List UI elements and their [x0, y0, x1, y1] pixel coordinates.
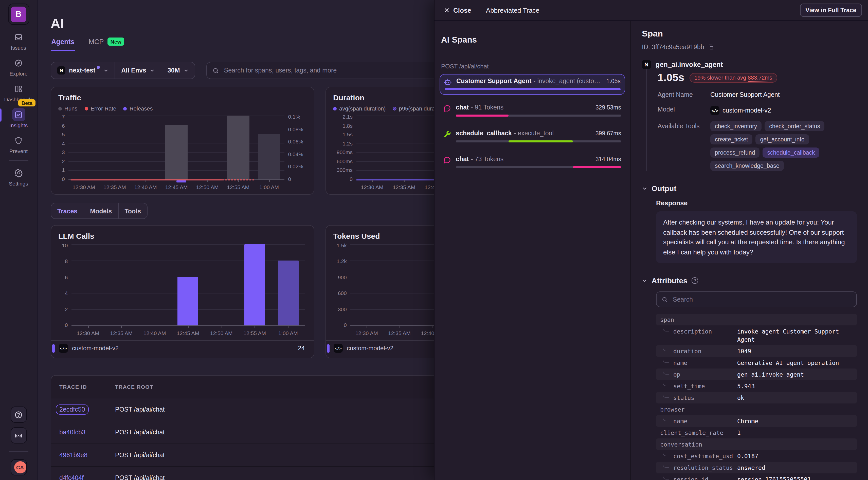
help-icon[interactable]: ? — [691, 277, 698, 284]
chart-plot — [68, 116, 285, 180]
sidebar-broadcast-button[interactable] — [10, 427, 27, 444]
footer-model-label[interactable]: custom-model-v2 — [72, 345, 119, 352]
view-tabs-group: TracesModelsTools — [51, 203, 148, 219]
tool-chip: schedule_callback — [763, 148, 819, 158]
y-tick-label: 0.08% — [288, 126, 303, 132]
y-tick-label: 1.2s — [342, 140, 352, 146]
trace-id-link[interactable]: ba40fcb3 — [59, 429, 86, 436]
duration-note-value[interactable]: 883.72ms — [748, 74, 772, 82]
attribute-row: opgen_ai.invoke_agent — [656, 369, 857, 380]
x-tick-label: 12:40 AM — [144, 330, 166, 336]
attribute-value: answered — [737, 463, 853, 472]
y-axis-left: 76543210 — [58, 114, 68, 182]
tab-mcp[interactable]: MCPNew — [88, 37, 125, 51]
page-tabs: AgentsMCPNew — [51, 37, 125, 51]
gridline — [71, 260, 305, 261]
header-vertical-divider — [480, 5, 480, 16]
tab-tools[interactable]: Tools — [118, 203, 147, 219]
copy-icon[interactable] — [708, 44, 714, 50]
beta-badge: Beta — [19, 99, 35, 106]
y-tick-label: 4 — [65, 290, 68, 296]
trace-id-link[interactable]: d4fc404f — [59, 474, 84, 480]
sidebar-help-button[interactable] — [10, 407, 27, 423]
span-item-line: schedule_callback- execute_tool399.67ms — [456, 130, 621, 137]
legend-item[interactable]: Runs — [58, 105, 77, 111]
span-item-main: chat- 91 Tokens329.53ms — [456, 104, 621, 117]
span-item[interactable]: chat- 91 Tokens329.53ms — [440, 101, 625, 121]
insights-icon — [12, 108, 25, 121]
chart-footer: </>custom-model-v224 — [51, 340, 314, 355]
span-item[interactable]: schedule_callback- execute_tool399.67ms — [440, 127, 625, 147]
trace-id-cell: 4961b9e8 — [51, 452, 115, 459]
sidebar-divider — [9, 160, 28, 161]
x-tick — [188, 326, 189, 328]
y-axis-left: 2.1s1.8s1.5s1.2s900ms600ms300ms0 — [333, 114, 356, 182]
y-tick-label: 0 — [288, 176, 291, 182]
tab-underline — [88, 50, 125, 51]
tab-models[interactable]: Models — [84, 203, 118, 219]
legend-item[interactable]: Releases — [123, 105, 153, 111]
y-tick-label: 2.1s — [342, 114, 352, 120]
search-input[interactable] — [223, 66, 464, 74]
tab-traces[interactable]: Traces — [51, 203, 84, 219]
view-full-trace-button[interactable]: View in Full Trace — [800, 4, 862, 17]
legend-item[interactable]: avg(span.duration) — [333, 105, 385, 111]
attributes-search-input[interactable] — [672, 295, 851, 303]
trace-id-link[interactable]: 2ecdfc50 — [56, 405, 89, 415]
user-menu-button[interactable]: CA — [10, 459, 27, 475]
y-axis-right: 0.1%0.08%0.06%0.04%0.02%0 — [284, 114, 307, 182]
attribute-row: session_idsession_1761552055501 — [656, 473, 857, 480]
time-range-selector[interactable]: 30M — [161, 62, 195, 78]
legend-label: Runs — [64, 105, 77, 111]
tab-agents[interactable]: Agents — [51, 38, 75, 51]
attribute-row: browser — [656, 404, 857, 415]
prevent-icon — [12, 134, 25, 147]
y-tick-label: 900ms — [337, 149, 352, 155]
span-item-line: Customer Support Agent- invoke_agent (cu… — [456, 77, 621, 85]
span-item[interactable]: chat- 73 Tokens314.04ms — [440, 153, 625, 172]
x-tick-label: 12:30 AM — [355, 330, 378, 336]
attribute-key: self_time — [673, 382, 737, 390]
attributes-section-header[interactable]: Attributes ? — [642, 276, 857, 285]
trace-panel-title: Abbreviated Trace — [486, 6, 539, 14]
trace-id-link[interactable]: 4961b9e8 — [59, 452, 88, 459]
attribute-key: op — [673, 370, 737, 378]
x-tick-label: 12:45 AM — [165, 184, 188, 190]
close-button[interactable]: Close — [441, 6, 474, 14]
legend-item[interactable]: Error Rate — [85, 105, 116, 111]
model-row: Model </> custom-model-v2 — [658, 104, 857, 115]
attribute-row: cost_estimate_usd0.0187 — [656, 450, 857, 462]
sidebar-item-explore[interactable]: Explore — [0, 54, 37, 79]
y-tick-label: 3 — [62, 149, 65, 155]
environment-selector[interactable]: All Envs — [115, 62, 161, 78]
llm-calls-chart-card: LLM Calls108642012:30 AM12:35 AM12:40 AM… — [51, 225, 314, 358]
chat-icon — [443, 104, 452, 117]
span-item[interactable]: Customer Support Agent- invoke_agent (cu… — [440, 74, 625, 95]
gridline — [68, 116, 285, 116]
x-tick — [155, 326, 155, 328]
x-tick-label: 12:45 AM — [177, 330, 199, 336]
x-tick — [367, 326, 367, 328]
footer-model-label[interactable]: custom-model-v2 — [347, 345, 394, 352]
project-selector[interactable]: N next-test — [51, 62, 115, 78]
span-duration: 1.05s — [658, 71, 684, 84]
org-logo[interactable]: B — [8, 4, 29, 25]
code-icon: </> — [710, 106, 719, 115]
tool-chip: create_ticket — [710, 134, 752, 145]
output-section-header[interactable]: Output — [642, 184, 857, 193]
y-tick-label: 600ms — [337, 158, 352, 164]
attribute-value: Chrome — [737, 417, 853, 425]
x-tick-label: 12:30 AM — [72, 184, 95, 190]
sidebar-item-issues[interactable]: Issues — [0, 28, 37, 54]
span-desc: - 91 Tokens — [471, 104, 590, 111]
sidebar-item-settings[interactable]: Settings — [0, 164, 37, 190]
tab-agents-label: Agents — [51, 38, 75, 45]
project-notification-dot — [97, 66, 100, 69]
span-op-name: gen_ai.invoke_agent — [656, 61, 723, 68]
x-tick — [121, 326, 122, 328]
sidebar-item-insights[interactable]: Insights — [0, 105, 37, 131]
span-duration-track — [456, 166, 621, 168]
sidebar-item-prevent[interactable]: Prevent — [0, 131, 37, 157]
sidebar-item-label: Issues — [11, 44, 26, 51]
y-tick-label: 8 — [65, 258, 68, 264]
